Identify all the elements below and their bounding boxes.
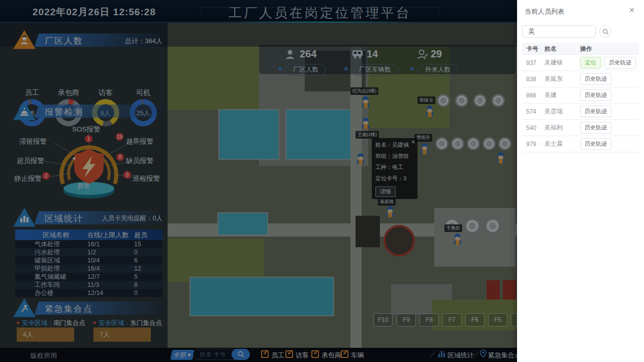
checkbox-label[interactable]: 车辆	[351, 351, 364, 360]
person-name: 吴福利	[544, 123, 580, 132]
panel-search-input[interactable]	[527, 27, 591, 36]
map-pool	[217, 212, 268, 236]
stat-dot	[344, 67, 348, 71]
bottom-link-assembly[interactable]: 紧急集合点	[488, 351, 521, 360]
checkbox-label[interactable]: 访客	[296, 351, 309, 360]
bottom-link-area-stats[interactable]: 区域统计	[447, 351, 474, 360]
storage-tank	[498, 137, 511, 150]
runner-glyph-icon	[19, 304, 29, 313]
popup-row: 定位卡号：3	[375, 175, 414, 182]
storage-tank	[465, 218, 480, 234]
worker-marker[interactable]	[421, 143, 429, 154]
alarm-radial-widget: SOS报警 1 越界报警 19 滞留报警 超员报警 缺员报警 8 静止报警 3 …	[13, 122, 165, 207]
stat-value: 29	[431, 48, 442, 60]
floor-button[interactable]: F6	[465, 313, 485, 326]
floor-button[interactable]: F10	[373, 313, 393, 326]
floor-button[interactable]: F8	[420, 313, 439, 326]
checkbox-visitors[interactable]: ✓	[285, 350, 293, 358]
checkbox-contractors[interactable]: ✓	[311, 350, 319, 358]
bar-chart-icon	[13, 207, 36, 227]
area-online: 1/2	[87, 248, 134, 256]
history-track-button[interactable]: 历史轨迹	[580, 89, 611, 101]
area-name: 办公楼	[15, 289, 87, 297]
section-title: 区域统计	[45, 213, 83, 224]
area-over: 0	[134, 248, 163, 256]
personnel-table: 卡号 姓名 操作 937 吴建镇 定位历史轨迹 838 吴延东 历史轨迹 866…	[522, 43, 639, 152]
floor-button[interactable]: F9	[397, 313, 416, 326]
area-row[interactable]: 气体处理16/115	[15, 240, 163, 248]
area-online: 16/1	[87, 240, 134, 248]
worker-marker[interactable]	[454, 234, 462, 245]
panel-search-button[interactable]	[599, 25, 611, 38]
area-row[interactable]: 污水处理1/20	[15, 248, 163, 256]
check-icon: ✓	[313, 348, 319, 357]
area-over: 8	[134, 281, 163, 289]
bottom-search-input[interactable]	[199, 350, 234, 359]
map-building	[434, 208, 516, 267]
alarm-label: 越界报警	[126, 137, 153, 146]
personnel-row: 540 吴福利 历史轨迹	[522, 120, 639, 136]
popup-detail-button[interactable]: 详情	[375, 186, 396, 197]
card-number: 838	[522, 76, 544, 83]
popup-row: 工种：电工	[375, 163, 414, 171]
panel-search-box	[522, 25, 596, 38]
storage-tank	[473, 94, 487, 107]
history-track-button[interactable]: 历史轨迹	[580, 106, 611, 117]
filter-all-dropdown[interactable]: 全部 ▾	[170, 350, 195, 360]
storage-tank	[492, 94, 505, 107]
worker-marker[interactable]	[362, 96, 370, 108]
area-row[interactable]: 甲烷处理16/412	[15, 265, 163, 273]
stat-vehicle-icon	[351, 49, 364, 61]
section-alarms: 报警检测	[0, 103, 168, 118]
worker-marker[interactable]	[362, 118, 370, 129]
floor-button-clipped[interactable]	[511, 313, 517, 326]
history-track-button[interactable]: 历史轨迹	[604, 57, 636, 69]
round-tank	[383, 225, 415, 256]
area-row[interactable]: 罐装区域10/46	[15, 256, 163, 265]
alarm-badge: 9	[123, 171, 131, 179]
area-row[interactable]: 办公楼12/140	[15, 289, 163, 297]
person-name: 吴彦瑞	[544, 107, 580, 116]
section-title: 厂区人数	[45, 35, 83, 47]
worker-marker[interactable]	[357, 153, 365, 164]
panel-close-icon[interactable]: ✕	[629, 6, 635, 14]
search-icon	[238, 351, 244, 357]
worker-marker[interactable]	[386, 206, 394, 217]
assembly-pin-icon	[479, 349, 487, 360]
check-icon: ✓	[287, 348, 294, 357]
storage-tank	[482, 137, 496, 150]
checkbox-label[interactable]: 员工	[271, 351, 284, 360]
checkbox-label[interactable]: 承包商	[321, 351, 341, 360]
worker-marker[interactable]	[497, 152, 505, 163]
area-row[interactable]: 氮气储藏罐12/75	[15, 273, 163, 281]
check-icon: ✓	[263, 348, 269, 357]
area-over: 0	[134, 289, 163, 297]
zone-label: 安全区域：	[17, 319, 54, 326]
checkbox-employees[interactable]: ✓	[261, 350, 269, 358]
history-track-button[interactable]: 历史轨迹	[580, 138, 611, 150]
worker-marker[interactable]	[426, 106, 434, 117]
worker-label: 王彪(2楼)	[356, 131, 379, 139]
bars-glyph-icon	[19, 214, 29, 223]
history-track-button[interactable]: 历史轨迹	[580, 122, 611, 134]
map-block-red	[487, 280, 500, 301]
history-track-button[interactable]: 历史轨迹	[580, 73, 611, 85]
map-building-dark	[356, 216, 380, 247]
personnel-row: 574 吴彦瑞 历史轨迹	[522, 104, 639, 120]
alarm-label: SOS报警	[72, 125, 101, 134]
floor-button[interactable]: F5	[488, 313, 507, 326]
popup-close-icon[interactable]: ✕	[411, 139, 415, 145]
worker-vest-icon	[387, 213, 394, 217]
section-areas: 区域统计 人员卡充电提醒：0人	[0, 209, 168, 224]
map-block	[168, 47, 262, 110]
column-header: 卡号	[522, 43, 544, 54]
datetime-display: 2022年02月26日 12:56:28	[33, 6, 156, 19]
bottom-search-button[interactable]	[232, 349, 250, 360]
floor-button[interactable]: F7	[442, 313, 462, 326]
section-personnel: 厂区人数 总计：364人 员工 承包商 访客 司机 286人 45人 8人 25…	[0, 31, 168, 100]
search-icon	[602, 28, 609, 35]
alarm-badge: 1	[85, 135, 92, 143]
checkbox-vehicles[interactable]: ✓	[341, 350, 348, 358]
locate-button[interactable]: 定位	[580, 57, 601, 69]
area-row[interactable]: 工作车间11/38	[15, 281, 163, 289]
